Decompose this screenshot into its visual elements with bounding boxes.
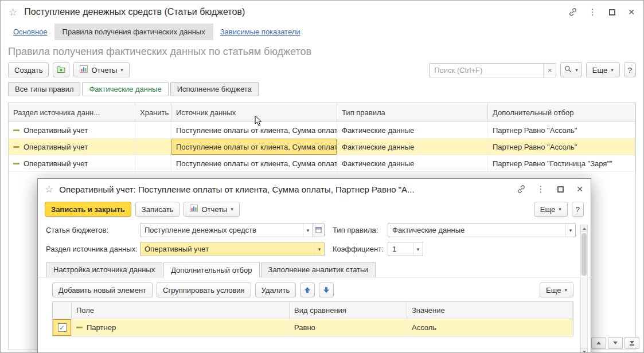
list-scroll-buttons [591, 337, 639, 349]
row-checkbox-checked[interactable] [58, 323, 67, 332]
close-icon[interactable]: ✕ [575, 184, 585, 194]
source-section-field[interactable]: Оперативный учет ▾ [140, 242, 325, 256]
budget-item-label: Статья бюджетов: [46, 226, 140, 234]
column-header-checkbox[interactable] [53, 302, 72, 319]
move-up-button[interactable] [300, 283, 315, 297]
nav-tab-actual-rules[interactable]: Правила получения фактических данных [54, 23, 213, 40]
column-header-section[interactable]: Раздел источника данн... [9, 103, 135, 121]
dropdown-caret-icon: ▾ [559, 206, 561, 212]
nav-tab-main[interactable]: Основное [13, 23, 48, 40]
clear-search-button[interactable]: × [543, 64, 556, 77]
scroll-down-button[interactable] [608, 337, 623, 349]
tab-source-settings[interactable]: Настройка источника данных [46, 262, 162, 277]
rule-type-field[interactable]: Фактические данные ▾ [388, 223, 576, 237]
coefficient-label: Коэффициент: [333, 245, 388, 253]
scrollbar-thumb[interactable] [581, 233, 587, 276]
table-header: Раздел источника данн... Хранить Источни… [9, 103, 635, 122]
filter-table: Поле Вид сравнения Значение Партнер Равн… [52, 301, 573, 336]
app-window: ☆ Поступление денежных средств (Статьи б… [0, 0, 644, 353]
dialog-window-controls: ⋮ ✕ [516, 184, 585, 194]
column-header-value[interactable]: Значение [407, 302, 573, 319]
dialog-reports-button[interactable]: Отчеты ▾ [184, 202, 239, 217]
filter-more-button[interactable]: Еще ▾ [540, 283, 573, 297]
search-input[interactable] [430, 64, 543, 77]
delete-button[interactable]: Удалить [255, 283, 296, 297]
scrollbar-down-button[interactable] [580, 348, 588, 353]
dropdown-caret-icon[interactable]: ▾ [314, 242, 324, 256]
window-menu-icon[interactable]: ⋮ [536, 184, 546, 194]
favorite-star-icon[interactable]: ☆ [9, 6, 17, 18]
focused-cell[interactable]: Поступление оплаты от клиента, Сумма опл… [171, 139, 337, 155]
search-button[interactable]: ▾ [560, 62, 582, 77]
dialog-help-button[interactable]: ? [572, 202, 584, 217]
budget-item-field[interactable]: Поступление денежных средств ▾ [140, 223, 325, 237]
coefficient-field[interactable]: 1 ▾ [388, 242, 423, 256]
get-link-icon[interactable] [516, 184, 526, 194]
column-header-comparison[interactable]: Вид сравнения [290, 302, 407, 319]
favorite-star-icon[interactable]: ☆ [45, 183, 53, 195]
dropdown-caret-icon: ▾ [564, 287, 567, 293]
list-item-icon [13, 145, 19, 149]
move-down-button[interactable] [319, 283, 334, 297]
source-section-label: Раздел источника данных: [46, 245, 140, 253]
titlebar: ☆ Поступление денежных средств (Статьи б… [1, 1, 643, 23]
column-header-store[interactable]: Хранить [135, 103, 171, 121]
get-link-icon[interactable] [568, 7, 578, 17]
more-button[interactable]: Еще ▾ [586, 62, 620, 77]
scroll-to-end-button[interactable] [625, 337, 639, 349]
dropdown-caret-icon[interactable]: ▾ [413, 242, 423, 256]
arrow-down-icon [323, 287, 330, 293]
create-group-button[interactable] [53, 62, 69, 77]
filter-table-row[interactable]: Партнер Равно Ассоль [53, 319, 573, 336]
table-row[interactable]: Оперативный учет Поступление оплаты от к… [9, 155, 635, 172]
reports-button[interactable]: Отчеты ▾ [73, 62, 129, 77]
add-element-button[interactable]: Добавить новый элемент [52, 283, 153, 297]
column-header-field[interactable]: Поле [72, 302, 290, 319]
dropdown-caret-icon: ▾ [231, 206, 233, 212]
page-title: Правила получения фактических данных по … [1, 40, 643, 61]
open-value-icon[interactable] [313, 223, 324, 237]
dialog-scrollbar[interactable] [580, 225, 588, 353]
dropdown-caret-icon: ▾ [120, 67, 123, 73]
dialog-toolbar: Записать и закрыть Записать Отчеты ▾ Еще… [38, 199, 591, 222]
dialog-form: Статья бюджетов: Поступление денежных ср… [38, 222, 591, 256]
search-box: × [429, 63, 556, 77]
focused-cell[interactable] [53, 319, 72, 336]
help-button[interactable]: ? [624, 62, 636, 77]
create-button[interactable]: Создать [8, 62, 49, 77]
column-header-source[interactable]: Источник данных [171, 103, 337, 121]
filter-tab-all-rules[interactable]: Все типы правил [8, 82, 80, 96]
nav-tab-dependent[interactable]: Зависимые показатели [220, 23, 300, 40]
group-conditions-button[interactable]: Сгруппировать условия [157, 283, 251, 297]
column-header-rule-type[interactable]: Тип правила [337, 103, 488, 121]
tab-analytics-fill[interactable]: Заполнение аналитик статьи [261, 262, 376, 277]
window-menu-icon[interactable]: ⋮ [587, 7, 598, 17]
tab-extra-filter[interactable]: Дополнительный отбор [163, 262, 259, 277]
filter-tab-budget-execution[interactable]: Исполнение бюджета [170, 82, 259, 96]
table-row[interactable]: Оперативный учет Поступление оплаты от к… [9, 122, 635, 139]
chevron-down-icon [613, 342, 618, 344]
list-toolbar: Создать Отчеты ▾ × ▾ Еще ▾ ? [1, 61, 643, 82]
maximize-icon[interactable] [607, 7, 617, 17]
save-and-close-button[interactable]: Записать и закрыть [45, 202, 131, 217]
dialog-more-button[interactable]: Еще ▾ [534, 202, 568, 217]
maximize-icon[interactable] [555, 184, 565, 194]
scrollbar-track[interactable] [580, 232, 588, 348]
dropdown-caret-icon[interactable]: ▾ [303, 223, 313, 237]
chart-icon [80, 65, 88, 74]
filter-tab-actual-data[interactable]: Фактические данные [82, 82, 168, 96]
close-icon[interactable]: ✕ [626, 7, 637, 17]
column-header-extra-filter[interactable]: Дополнительный отбор [488, 103, 635, 121]
scrollbar-up-button[interactable] [580, 225, 588, 232]
save-button[interactable]: Записать [135, 202, 180, 217]
table-row-selected[interactable]: Оперативный учет Поступление оплаты от к… [9, 139, 635, 155]
dropdown-caret-icon[interactable]: ▾ [565, 223, 575, 237]
arrow-up-icon [304, 287, 311, 293]
folder-plus-icon [57, 65, 65, 74]
nav-tabs: Основное Правила получения фактических д… [1, 23, 643, 40]
scroll-up-button[interactable] [591, 337, 606, 349]
list-item-icon [76, 325, 83, 330]
rule-dialog: ☆ Оперативный учет: Поступление оплаты о… [37, 178, 591, 353]
dialog-titlebar: ☆ Оперативный учет: Поступление оплаты о… [38, 179, 591, 199]
chevron-down-icon [630, 341, 634, 344]
